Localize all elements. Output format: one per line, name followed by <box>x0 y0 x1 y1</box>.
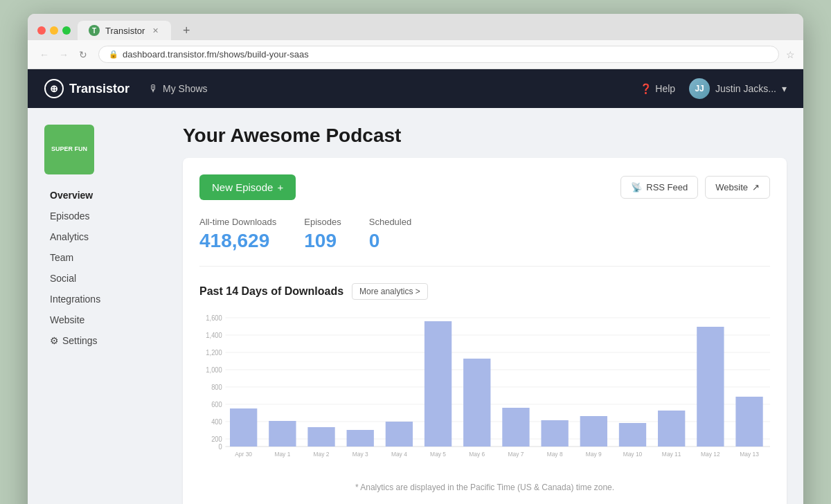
forward-button[interactable]: → <box>55 46 72 63</box>
help-label: Help <box>655 83 675 94</box>
help-icon: ❓ <box>640 83 652 94</box>
app-navbar: ⊕ Transistor 🎙 My Shows ❓ Help JJ Justin… <box>28 69 803 108</box>
tab-close-button[interactable]: ✕ <box>150 26 160 35</box>
address-bar[interactable]: 🔒 dashboard.transistor.fm/shows/build-yo… <box>98 46 779 63</box>
chart-header: Past 14 Days of Downloads More analytics… <box>199 283 770 300</box>
stat-label-scheduled: Scheduled <box>369 217 411 227</box>
stat-value-scheduled: 0 <box>369 230 411 252</box>
stat-value-downloads: 418,629 <box>199 230 276 252</box>
bar-may6 <box>463 359 490 447</box>
website-button[interactable]: Website ↗ <box>705 176 770 199</box>
bar-may8 <box>541 420 568 447</box>
avatar: JJ <box>689 78 710 99</box>
bar-may10 <box>619 423 646 447</box>
svg-text:May 5: May 5 <box>430 451 446 458</box>
stat-episodes: Episodes 109 <box>304 217 341 252</box>
new-episode-label: New Episode <box>212 181 273 193</box>
chart-title: Past 14 Days of Downloads <box>199 285 343 298</box>
bar-may5 <box>425 321 452 447</box>
main-layout: SUPER FUN Overview Episodes Analytics Te… <box>28 108 803 504</box>
bar-may11 <box>658 411 685 447</box>
bar-may1 <box>269 421 296 447</box>
sidebar-item-settings[interactable]: ⚙ Settings <box>44 331 169 350</box>
svg-text:800: 800 <box>211 384 222 391</box>
bar-may12 <box>697 327 724 447</box>
card-toolbar: New Episode + 📡 RSS Feed Website ↗ <box>199 174 770 200</box>
bar-may2 <box>307 427 334 447</box>
my-shows-icon: 🎙 <box>149 83 159 94</box>
minimize-dot[interactable] <box>50 26 58 35</box>
content-area: Your Awesome Podcast New Episode + 📡 RSS… <box>183 125 787 504</box>
browser-window: T Transistor ✕ + ← → ↻ 🔒 dashboard.trans… <box>28 14 803 504</box>
svg-text:1,000: 1,000 <box>206 366 222 374</box>
content-card: New Episode + 📡 RSS Feed Website ↗ <box>183 158 787 504</box>
svg-text:0: 0 <box>219 443 222 451</box>
sidebar-item-analytics[interactable]: Analytics <box>44 227 169 246</box>
podcast-thumbnail: SUPER FUN <box>44 125 94 174</box>
svg-text:May 9: May 9 <box>586 451 602 458</box>
sidebar-item-overview[interactable]: Overview <box>44 186 169 205</box>
chart-footnote: * Analytics are displayed in the Pacific… <box>199 483 770 492</box>
website-label: Website <box>715 182 748 192</box>
help-link[interactable]: ❓ Help <box>640 83 675 94</box>
navbar-logo[interactable]: ⊕ Transistor <box>44 79 129 98</box>
svg-text:May 2: May 2 <box>314 451 330 458</box>
add-tab-button[interactable]: + <box>178 22 195 39</box>
svg-text:May 1: May 1 <box>274 451 290 458</box>
stat-label-downloads: All-time Downloads <box>199 217 276 227</box>
stat-label-episodes: Episodes <box>304 217 341 227</box>
logo-text: Transistor <box>69 82 129 96</box>
user-menu[interactable]: JJ Justin Jacks... ▾ <box>689 78 787 99</box>
user-name: Justin Jacks... <box>715 83 776 94</box>
stats-row: All-time Downloads 418,629 Episodes 109 … <box>199 217 770 267</box>
new-episode-button[interactable]: New Episode + <box>199 174 296 200</box>
url-text: dashboard.transistor.fm/shows/build-your… <box>123 49 309 60</box>
bar-chart: 1,600 1,400 1,200 1,000 800 600 400 200 … <box>199 311 770 463</box>
rss-feed-button[interactable]: 📡 RSS Feed <box>620 176 698 199</box>
browser-tab[interactable]: T Transistor ✕ <box>78 21 171 40</box>
svg-text:200: 200 <box>211 435 222 443</box>
sidebar-item-team[interactable]: Team <box>44 248 169 267</box>
svg-text:May 7: May 7 <box>508 451 524 458</box>
sidebar-item-integrations[interactable]: Integrations <box>44 289 169 309</box>
reload-button[interactable]: ↻ <box>75 46 91 63</box>
bookmark-button[interactable]: ☆ <box>786 49 795 60</box>
sidebar: SUPER FUN Overview Episodes Analytics Te… <box>44 125 183 504</box>
my-shows-menu[interactable]: 🎙 My Shows <box>149 83 208 94</box>
toolbar-actions: 📡 RSS Feed Website ↗ <box>620 176 770 199</box>
navbar-right: ❓ Help JJ Justin Jacks... ▾ <box>640 78 787 99</box>
more-analytics-button[interactable]: More analytics > <box>352 283 428 300</box>
stat-all-time-downloads: All-time Downloads 418,629 <box>199 217 276 252</box>
plus-icon: + <box>277 181 283 193</box>
svg-text:600: 600 <box>211 401 222 408</box>
sidebar-item-episodes[interactable]: Episodes <box>44 206 169 226</box>
page-title: Your Awesome Podcast <box>183 125 787 147</box>
svg-text:1,200: 1,200 <box>206 349 222 357</box>
stat-value-episodes: 109 <box>304 230 341 252</box>
browser-dots <box>37 26 71 35</box>
browser-addressbar: ← → ↻ 🔒 dashboard.transistor.fm/shows/bu… <box>28 40 803 69</box>
back-button[interactable]: ← <box>36 46 53 63</box>
rss-icon: 📡 <box>631 182 642 192</box>
svg-text:1,600: 1,600 <box>206 314 222 322</box>
bar-apr30 <box>230 408 257 447</box>
sidebar-item-website[interactable]: Website <box>44 310 169 330</box>
rss-feed-label: RSS Feed <box>646 182 688 192</box>
bar-may3 <box>347 430 374 447</box>
chart-container: 1,600 1,400 1,200 1,000 800 600 400 200 … <box>199 311 770 477</box>
my-shows-label: My Shows <box>163 83 208 94</box>
maximize-dot[interactable] <box>62 26 71 35</box>
chevron-down-icon: ▾ <box>782 83 787 94</box>
svg-text:400: 400 <box>211 418 222 426</box>
close-dot[interactable] <box>37 26 46 35</box>
sidebar-item-social[interactable]: Social <box>44 269 169 288</box>
tab-favicon: T <box>89 25 100 36</box>
svg-text:May 12: May 12 <box>701 451 720 458</box>
svg-text:Apr 30: Apr 30 <box>235 451 252 458</box>
svg-text:May 3: May 3 <box>352 451 368 458</box>
settings-icon: ⚙ <box>50 335 59 346</box>
stat-scheduled: Scheduled 0 <box>369 217 411 252</box>
svg-text:May 11: May 11 <box>662 451 681 458</box>
svg-text:1,400: 1,400 <box>206 332 222 339</box>
svg-text:May 10: May 10 <box>623 451 643 458</box>
